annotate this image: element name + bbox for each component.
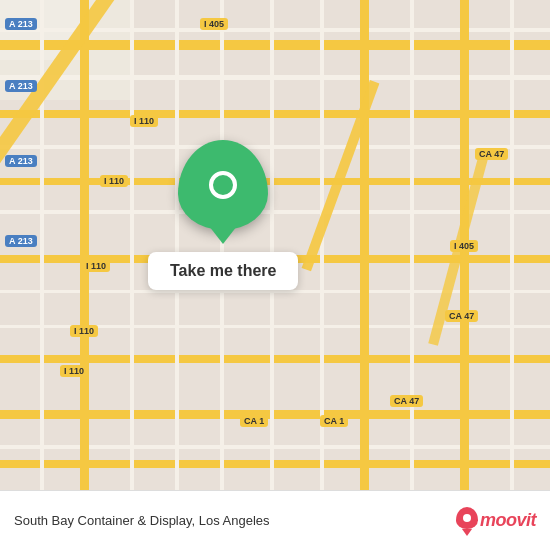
moovit-pin-body bbox=[456, 507, 478, 529]
hw-label-i110-5: I 110 bbox=[60, 365, 88, 377]
hw-label-i405-top: I 405 bbox=[200, 18, 228, 30]
hw-label-ca47-3: CA 47 bbox=[390, 395, 423, 407]
location-popup[interactable]: Take me there bbox=[148, 140, 298, 290]
road-v2 bbox=[130, 0, 134, 490]
hw-label-i110-4: I 110 bbox=[70, 325, 98, 337]
hw-label-a213-1: A 213 bbox=[5, 18, 37, 30]
moovit-text: moovit bbox=[480, 510, 536, 531]
hw-label-ca47-1: CA 47 bbox=[475, 148, 508, 160]
moovit-pin-tip bbox=[462, 529, 472, 536]
moovit-logo: moovit bbox=[456, 507, 536, 535]
map[interactable]: I 405 A 213 A 213 A 213 A 213 I 110 I 11… bbox=[0, 0, 550, 490]
road-v7 bbox=[410, 0, 414, 490]
pin-inner-circle bbox=[209, 171, 237, 199]
location-name: South Bay Container & Display, Los Angel… bbox=[14, 513, 456, 528]
hw-label-ca47-2: CA 47 bbox=[445, 310, 478, 322]
hw-label-i110-3: I 110 bbox=[82, 260, 110, 272]
moovit-pin-icon bbox=[456, 507, 478, 535]
road-v8 bbox=[510, 0, 514, 490]
hw-label-i405-right: I 405 bbox=[450, 240, 478, 252]
hw-label-a213-3: A 213 bbox=[5, 155, 37, 167]
highway-ca47-v bbox=[360, 0, 369, 490]
location-pin[interactable] bbox=[178, 140, 268, 230]
hw-label-a213-4: A 213 bbox=[5, 235, 37, 247]
hw-label-i110-1: I 110 bbox=[130, 115, 158, 127]
road-v1 bbox=[40, 0, 44, 490]
hw-label-ca1-2: CA 1 bbox=[320, 415, 348, 427]
hw-label-ca1-1: CA 1 bbox=[240, 415, 268, 427]
hw-label-a213-2: A 213 bbox=[5, 80, 37, 92]
hw-label-i110-2: I 110 bbox=[100, 175, 128, 187]
highway-110-v bbox=[80, 0, 89, 490]
moovit-pin-dot bbox=[463, 514, 471, 522]
bottom-bar: South Bay Container & Display, Los Angel… bbox=[0, 490, 550, 550]
take-me-there-button[interactable]: Take me there bbox=[148, 252, 298, 290]
